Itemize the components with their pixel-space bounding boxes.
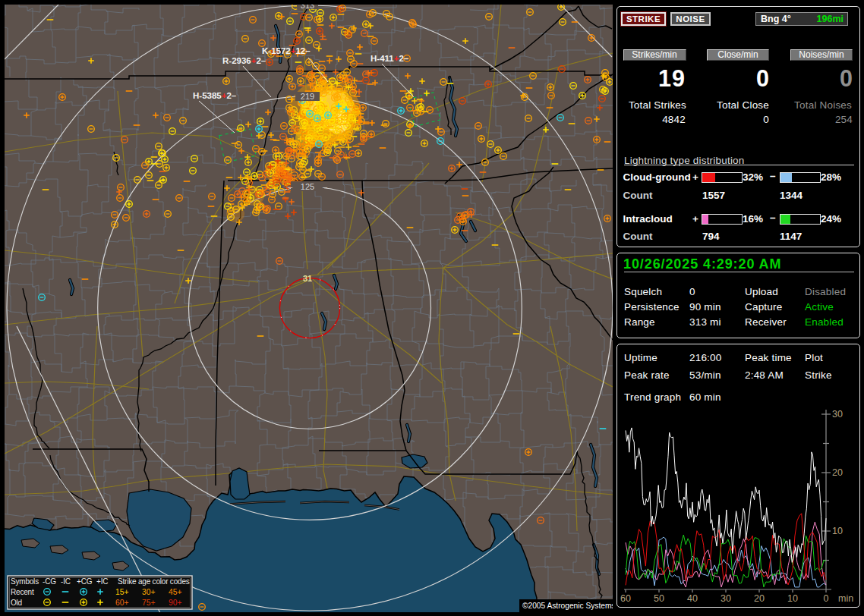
svg-text:H-5385+2–: H-5385+2– bbox=[193, 91, 237, 100]
svg-text:Strike age color codes: Strike age color codes bbox=[118, 577, 190, 586]
svg-text:30: 30 bbox=[721, 593, 731, 604]
svg-text:20: 20 bbox=[754, 593, 765, 604]
svg-text:30: 30 bbox=[832, 409, 843, 420]
svg-text:0: 0 bbox=[824, 593, 829, 604]
svg-text:60+: 60+ bbox=[115, 599, 128, 607]
svg-text:90+: 90+ bbox=[169, 599, 181, 607]
svg-text:10: 10 bbox=[832, 526, 843, 536]
svg-text:+IC: +IC bbox=[96, 577, 108, 586]
svg-text:219: 219 bbox=[301, 92, 314, 101]
svg-text:45+: 45+ bbox=[169, 588, 181, 596]
svg-text:min: min bbox=[838, 593, 853, 604]
svg-text:–: – bbox=[323, 182, 328, 191]
svg-text:50: 50 bbox=[654, 593, 664, 604]
svg-text:–: – bbox=[288, 182, 293, 191]
svg-text:©2005 Astrogenic Systems: ©2005 Astrogenic Systems bbox=[522, 602, 613, 610]
svg-text:31: 31 bbox=[303, 274, 312, 283]
svg-text:60: 60 bbox=[620, 593, 631, 604]
svg-text:Recent: Recent bbox=[11, 588, 34, 596]
svg-text:10: 10 bbox=[787, 593, 798, 604]
svg-text:-IC: -IC bbox=[61, 577, 71, 586]
svg-text:-CG: -CG bbox=[43, 577, 56, 586]
svg-text:313: 313 bbox=[301, 5, 314, 10]
svg-text:Old: Old bbox=[11, 599, 22, 607]
svg-text:40: 40 bbox=[687, 593, 698, 604]
svg-text:+CG: +CG bbox=[77, 577, 93, 586]
svg-text:H-411+2–: H-411+2– bbox=[371, 54, 409, 63]
svg-text:75+: 75+ bbox=[142, 599, 155, 607]
svg-text:K-1572+12–: K-1572+12– bbox=[262, 46, 311, 55]
svg-text:30+: 30+ bbox=[142, 588, 155, 596]
svg-text:15+: 15+ bbox=[115, 588, 128, 596]
svg-text:20: 20 bbox=[832, 467, 843, 478]
svg-text:R-2936+2–: R-2936+2– bbox=[222, 56, 266, 65]
svg-text:125: 125 bbox=[301, 182, 314, 191]
svg-text:Symbols: Symbols bbox=[11, 577, 39, 586]
